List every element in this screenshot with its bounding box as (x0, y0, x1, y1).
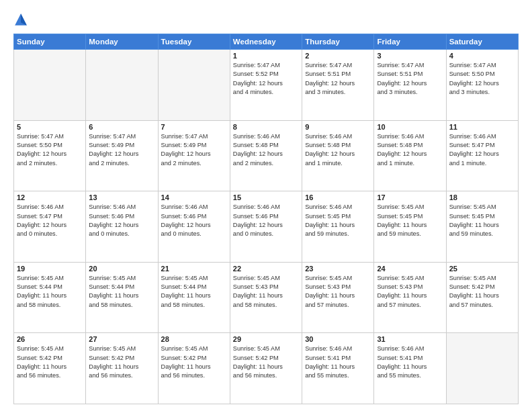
day-number: 18 (449, 193, 515, 201)
calendar-cell: 31Sunrise: 5:46 AM Sunset: 5:41 PM Dayli… (374, 333, 446, 404)
calendar-cell: 4Sunrise: 5:47 AM Sunset: 5:50 PM Daylig… (446, 50, 518, 121)
calendar-table: SundayMondayTuesdayWednesdayThursdayFrid… (13, 34, 519, 404)
day-info: Sunrise: 5:46 AM Sunset: 5:46 PM Dayligh… (89, 203, 154, 238)
weekday-header-row: SundayMondayTuesdayWednesdayThursdayFrid… (14, 34, 519, 50)
calendar-cell: 30Sunrise: 5:46 AM Sunset: 5:41 PM Dayli… (302, 333, 374, 404)
day-number: 5 (17, 123, 83, 131)
calendar-cell: 5Sunrise: 5:47 AM Sunset: 5:50 PM Daylig… (14, 120, 86, 191)
day-number: 3 (377, 52, 443, 60)
calendar-cell: 9Sunrise: 5:46 AM Sunset: 5:48 PM Daylig… (302, 120, 374, 191)
day-number: 24 (377, 265, 443, 273)
day-info: Sunrise: 5:46 AM Sunset: 5:46 PM Dayligh… (233, 203, 299, 238)
day-number: 14 (161, 193, 227, 201)
calendar-cell (446, 333, 518, 404)
calendar-cell: 11Sunrise: 5:46 AM Sunset: 5:47 PM Dayli… (446, 120, 518, 191)
day-info: Sunrise: 5:47 AM Sunset: 5:51 PM Dayligh… (377, 61, 443, 97)
week-row-2: 12Sunrise: 5:46 AM Sunset: 5:47 PM Dayli… (14, 191, 519, 263)
calendar-cell: 20Sunrise: 5:45 AM Sunset: 5:44 PM Dayli… (86, 262, 158, 333)
weekday-header-thursday: Thursday (302, 34, 374, 50)
day-info: Sunrise: 5:46 AM Sunset: 5:45 PM Dayligh… (305, 203, 371, 238)
day-number: 6 (89, 123, 154, 131)
day-number: 9 (305, 123, 371, 131)
weekday-header-wednesday: Wednesday (230, 34, 302, 50)
day-number: 1 (233, 52, 299, 60)
day-number: 4 (449, 52, 515, 60)
day-number: 31 (377, 335, 443, 343)
calendar-cell: 3Sunrise: 5:47 AM Sunset: 5:51 PM Daylig… (374, 50, 446, 121)
day-info: Sunrise: 5:45 AM Sunset: 5:42 PM Dayligh… (161, 345, 227, 380)
day-info: Sunrise: 5:47 AM Sunset: 5:51 PM Dayligh… (305, 61, 371, 97)
day-info: Sunrise: 5:45 AM Sunset: 5:42 PM Dayligh… (449, 274, 515, 310)
weekday-header-friday: Friday (374, 34, 446, 50)
day-number: 11 (449, 123, 515, 131)
day-number: 20 (89, 265, 154, 273)
weekday-header-monday: Monday (86, 34, 158, 50)
calendar-cell: 1Sunrise: 5:47 AM Sunset: 5:52 PM Daylig… (230, 50, 302, 121)
day-number: 12 (17, 193, 83, 201)
calendar-cell: 14Sunrise: 5:46 AM Sunset: 5:46 PM Dayli… (158, 191, 230, 263)
calendar-cell: 13Sunrise: 5:46 AM Sunset: 5:46 PM Dayli… (86, 191, 158, 263)
calendar-cell: 28Sunrise: 5:45 AM Sunset: 5:42 PM Dayli… (158, 333, 230, 404)
day-info: Sunrise: 5:45 AM Sunset: 5:44 PM Dayligh… (89, 274, 154, 310)
calendar-cell: 29Sunrise: 5:45 AM Sunset: 5:42 PM Dayli… (230, 333, 302, 404)
day-number: 29 (233, 335, 299, 343)
day-number: 25 (449, 265, 515, 273)
day-number: 23 (305, 265, 371, 273)
day-number: 16 (305, 193, 371, 201)
day-info: Sunrise: 5:46 AM Sunset: 5:47 PM Dayligh… (449, 132, 515, 168)
day-info: Sunrise: 5:47 AM Sunset: 5:50 PM Dayligh… (449, 61, 515, 97)
week-row-1: 5Sunrise: 5:47 AM Sunset: 5:50 PM Daylig… (14, 120, 519, 191)
day-info: Sunrise: 5:45 AM Sunset: 5:43 PM Dayligh… (377, 274, 443, 310)
week-row-3: 19Sunrise: 5:45 AM Sunset: 5:44 PM Dayli… (14, 262, 519, 333)
day-info: Sunrise: 5:46 AM Sunset: 5:46 PM Dayligh… (161, 203, 227, 238)
day-info: Sunrise: 5:46 AM Sunset: 5:41 PM Dayligh… (305, 345, 371, 380)
calendar-cell: 24Sunrise: 5:45 AM Sunset: 5:43 PM Dayli… (374, 262, 446, 333)
weekday-header-sunday: Sunday (14, 34, 86, 50)
day-number: 17 (377, 193, 443, 201)
day-info: Sunrise: 5:46 AM Sunset: 5:47 PM Dayligh… (17, 203, 83, 238)
day-info: Sunrise: 5:45 AM Sunset: 5:44 PM Dayligh… (17, 274, 83, 310)
calendar-cell: 6Sunrise: 5:47 AM Sunset: 5:49 PM Daylig… (86, 120, 158, 191)
week-row-4: 26Sunrise: 5:45 AM Sunset: 5:42 PM Dayli… (14, 333, 519, 404)
header (13, 12, 519, 27)
calendar-cell (158, 50, 230, 121)
weekday-header-saturday: Saturday (446, 34, 518, 50)
week-row-0: 1Sunrise: 5:47 AM Sunset: 5:52 PM Daylig… (14, 50, 519, 121)
calendar-cell: 22Sunrise: 5:45 AM Sunset: 5:43 PM Dayli… (230, 262, 302, 333)
day-info: Sunrise: 5:46 AM Sunset: 5:48 PM Dayligh… (305, 132, 371, 168)
calendar-cell: 15Sunrise: 5:46 AM Sunset: 5:46 PM Dayli… (230, 191, 302, 263)
day-number: 26 (17, 335, 83, 343)
calendar-cell: 18Sunrise: 5:45 AM Sunset: 5:45 PM Dayli… (446, 191, 518, 263)
calendar-cell: 8Sunrise: 5:46 AM Sunset: 5:48 PM Daylig… (230, 120, 302, 191)
day-info: Sunrise: 5:45 AM Sunset: 5:45 PM Dayligh… (377, 203, 443, 238)
day-number: 27 (89, 335, 154, 343)
day-number: 7 (161, 123, 227, 131)
calendar-cell: 10Sunrise: 5:46 AM Sunset: 5:48 PM Dayli… (374, 120, 446, 191)
calendar-cell: 17Sunrise: 5:45 AM Sunset: 5:45 PM Dayli… (374, 191, 446, 263)
calendar-cell (86, 50, 158, 121)
calendar-cell: 21Sunrise: 5:45 AM Sunset: 5:44 PM Dayli… (158, 262, 230, 333)
day-number: 15 (233, 193, 299, 201)
day-info: Sunrise: 5:45 AM Sunset: 5:42 PM Dayligh… (89, 345, 154, 380)
day-info: Sunrise: 5:46 AM Sunset: 5:48 PM Dayligh… (233, 132, 299, 168)
calendar-cell: 25Sunrise: 5:45 AM Sunset: 5:42 PM Dayli… (446, 262, 518, 333)
calendar-cell: 16Sunrise: 5:46 AM Sunset: 5:45 PM Dayli… (302, 191, 374, 263)
calendar-cell: 12Sunrise: 5:46 AM Sunset: 5:47 PM Dayli… (14, 191, 86, 263)
day-info: Sunrise: 5:47 AM Sunset: 5:49 PM Dayligh… (161, 132, 227, 168)
day-number: 10 (377, 123, 443, 131)
day-info: Sunrise: 5:47 AM Sunset: 5:50 PM Dayligh… (17, 132, 83, 168)
day-number: 13 (89, 193, 154, 201)
day-number: 19 (17, 265, 83, 273)
calendar-cell: 23Sunrise: 5:45 AM Sunset: 5:43 PM Dayli… (302, 262, 374, 333)
calendar-cell: 19Sunrise: 5:45 AM Sunset: 5:44 PM Dayli… (14, 262, 86, 333)
day-info: Sunrise: 5:47 AM Sunset: 5:52 PM Dayligh… (233, 61, 299, 97)
day-info: Sunrise: 5:45 AM Sunset: 5:43 PM Dayligh… (305, 274, 371, 310)
day-number: 28 (161, 335, 227, 343)
weekday-header-tuesday: Tuesday (158, 34, 230, 50)
day-info: Sunrise: 5:46 AM Sunset: 5:41 PM Dayligh… (377, 345, 443, 380)
day-info: Sunrise: 5:45 AM Sunset: 5:42 PM Dayligh… (233, 345, 299, 380)
day-info: Sunrise: 5:45 AM Sunset: 5:45 PM Dayligh… (449, 203, 515, 238)
day-number: 21 (161, 265, 227, 273)
day-number: 22 (233, 265, 299, 273)
calendar-cell: 2Sunrise: 5:47 AM Sunset: 5:51 PM Daylig… (302, 50, 374, 121)
